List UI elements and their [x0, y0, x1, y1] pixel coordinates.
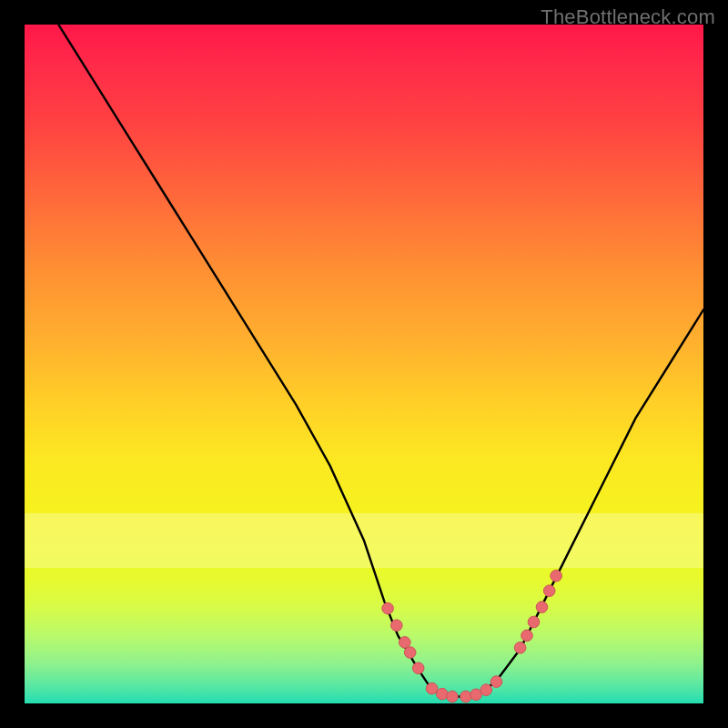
chart-area [25, 25, 703, 703]
chart-svg [25, 25, 703, 703]
data-marker [426, 682, 438, 694]
data-marker [399, 637, 411, 649]
frame: TheBottleneck.com [0, 0, 728, 728]
data-marker [470, 689, 482, 701]
data-marker [412, 662, 424, 674]
data-marker [447, 691, 459, 703]
bottleneck-curve [58, 25, 703, 697]
data-marker [521, 630, 533, 642]
watermark-text: TheBottleneck.com [541, 5, 715, 29]
data-marker [514, 642, 526, 654]
data-marker [480, 684, 492, 696]
data-marker [382, 602, 394, 614]
data-marker [460, 691, 472, 703]
data-marker [404, 647, 416, 659]
data-marker [543, 585, 555, 597]
data-marker [391, 620, 403, 632]
data-marker [551, 571, 562, 582]
data-marker [536, 602, 548, 613]
marker-group [382, 571, 562, 703]
data-marker [437, 688, 449, 700]
data-marker [528, 616, 540, 628]
data-marker [490, 676, 502, 688]
